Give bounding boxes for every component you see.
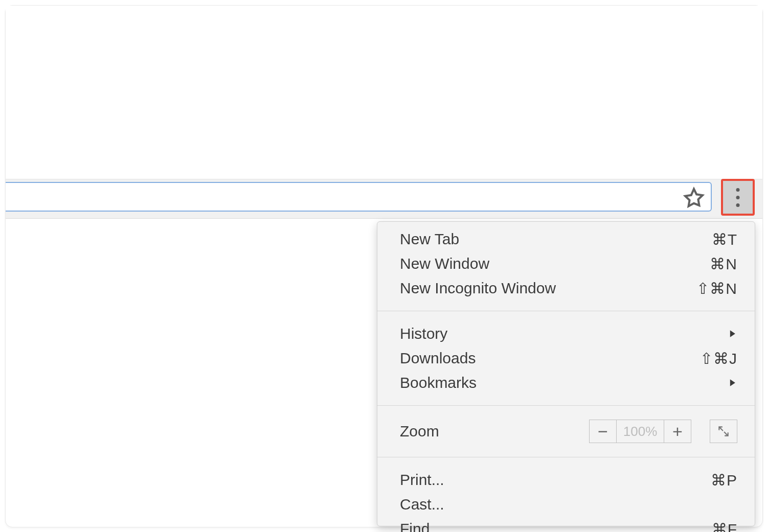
kebab-icon (736, 203, 740, 207)
menu-item-new-incognito[interactable]: New Incognito Window ⇧⌘N (377, 276, 755, 300)
browser-window: New Tab ⌘T New Window ⌘N New Incognito W… (5, 5, 763, 527)
chevron-right-icon (727, 378, 737, 388)
menu-separator (377, 457, 755, 457)
chevron-right-icon (727, 329, 737, 339)
menu-item-history[interactable]: History (377, 321, 755, 346)
menu-item-shortcut: ⇧⌘J (700, 350, 737, 367)
zoom-controls: − 100% + (589, 420, 691, 443)
plus-icon: + (672, 423, 683, 440)
fullscreen-icon (717, 425, 730, 438)
menu-item-bookmarks[interactable]: Bookmarks (377, 371, 755, 395)
menu-item-label: Find... (400, 520, 712, 532)
menu-item-label: New Window (400, 255, 710, 272)
address-bar[interactable] (6, 182, 712, 212)
menu-item-find[interactable]: Find... ⌘F (377, 517, 755, 532)
menu-item-label: Cast... (400, 496, 737, 513)
menu-item-shortcut: ⌘N (710, 255, 737, 273)
menu-item-label: New Incognito Window (400, 280, 696, 297)
menu-item-downloads[interactable]: Downloads ⇧⌘J (377, 346, 755, 371)
menu-separator (377, 311, 755, 311)
menu-item-shortcut: ⌘P (711, 471, 737, 489)
more-menu-button[interactable] (721, 179, 755, 216)
fullscreen-button[interactable] (710, 420, 737, 443)
zoom-label: Zoom (400, 423, 589, 440)
menu-item-shortcut: ⌘T (712, 230, 737, 248)
menu-item-label: Downloads (400, 350, 700, 367)
menu-item-label: New Tab (400, 230, 712, 248)
menu-item-label: History (400, 325, 727, 342)
menu-item-zoom: Zoom − 100% + (377, 416, 755, 447)
menu-item-new-tab[interactable]: New Tab ⌘T (377, 227, 755, 251)
menu-item-cast[interactable]: Cast... (377, 492, 755, 517)
bookmark-star-icon[interactable] (683, 187, 705, 209)
menu-item-shortcut: ⌘F (712, 520, 737, 533)
menu-item-shortcut: ⇧⌘N (696, 280, 737, 297)
menu-item-new-window[interactable]: New Window ⌘N (377, 251, 755, 276)
menu-item-label: Print... (400, 471, 711, 489)
menu-separator (377, 405, 755, 406)
kebab-icon (736, 196, 740, 199)
kebab-icon (736, 188, 740, 192)
zoom-value: 100% (617, 420, 664, 443)
zoom-out-button[interactable]: − (590, 420, 617, 443)
tab-strip-area (6, 6, 762, 179)
menu-item-label: Bookmarks (400, 374, 727, 391)
minus-icon: − (598, 423, 608, 440)
menu-item-print[interactable]: Print... ⌘P (377, 468, 755, 492)
chrome-main-menu: New Tab ⌘T New Window ⌘N New Incognito W… (377, 221, 755, 526)
zoom-in-button[interactable]: + (664, 420, 691, 443)
